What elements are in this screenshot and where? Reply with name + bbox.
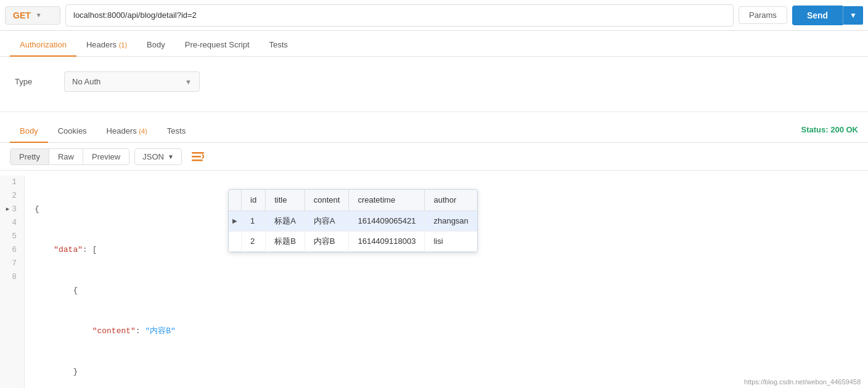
cell-content-1: 内容A <box>305 211 349 232</box>
resp-tab-headers[interactable]: Headers (4) <box>97 120 157 143</box>
cell-author-1: zhangsan <box>425 211 477 232</box>
method-label: GET <box>13 10 31 20</box>
th-author: author <box>425 190 477 211</box>
svg-rect-2 <box>192 160 203 161</box>
ln-2: 2 <box>5 189 17 203</box>
format-bar: Pretty Raw Preview JSON ▼ <box>0 143 868 171</box>
line-numbers: 1 2 ▶3 4 5 6 7 8 <box>0 176 25 388</box>
cell-id-1: 1 <box>242 211 266 232</box>
code-area: 1 2 ▶3 4 5 6 7 8 { "data": [ { "content"… <box>0 171 868 388</box>
cell-title-2: 标题B <box>266 232 305 252</box>
table-row[interactable]: 2 标题B 内容B 1614409118003 lisi <box>229 232 477 252</box>
method-select[interactable]: GET ▼ <box>5 6 60 25</box>
th-createtime: createtime <box>349 190 425 211</box>
th-content: content <box>305 190 349 211</box>
tab-tests[interactable]: Tests <box>260 34 298 57</box>
response-tabs: Body Cookies Headers (4) Tests <box>10 117 195 142</box>
headers-badge: (1) <box>119 41 127 49</box>
method-chevron-icon: ▼ <box>36 12 42 18</box>
th-empty <box>229 190 242 211</box>
wrap-icon[interactable] <box>189 148 207 165</box>
code-line-4: "content": "内容B" <box>35 325 868 338</box>
type-dropdown[interactable]: No Auth ▼ <box>64 71 200 92</box>
cell-title-1: 标题A <box>266 211 305 232</box>
tab-headers[interactable]: Headers (1) <box>76 34 137 57</box>
th-id: id <box>242 190 266 211</box>
ln-1: 1 <box>5 176 17 189</box>
json-chevron-icon: ▼ <box>168 153 174 160</box>
ln-4: 4 <box>5 216 17 230</box>
preview-button[interactable]: Preview <box>83 149 129 164</box>
resp-tab-body[interactable]: Body <box>10 120 48 143</box>
cell-createtime-2: 1614409118003 <box>349 232 425 252</box>
row-arrow-1: ▶ <box>229 211 242 232</box>
cell-content-2: 内容B <box>305 232 349 252</box>
send-dropdown-button[interactable]: ▼ <box>843 6 863 25</box>
popup-table: id title content createtime author ▶ 1 标… <box>228 189 478 253</box>
ln-3: ▶3 <box>5 203 17 216</box>
table-row[interactable]: ▶ 1 标题A 内容A 1614409065421 zhangsan <box>229 211 477 232</box>
type-row: Type No Auth ▼ <box>0 57 868 107</box>
send-button-group: Send ▼ <box>792 6 863 25</box>
pretty-button[interactable]: Pretty <box>10 149 49 164</box>
json-format-label: JSON <box>142 152 164 161</box>
divider <box>0 111 868 112</box>
table-header-row: id title content createtime author <box>229 190 477 211</box>
tab-pre-request-script[interactable]: Pre-request Script <box>175 34 260 57</box>
ln-5: 5 <box>5 230 17 243</box>
row-arrow-2 <box>229 232 242 252</box>
cell-id-2: 2 <box>242 232 266 252</box>
type-value: No Auth <box>72 77 100 86</box>
params-button[interactable]: Params <box>739 6 787 24</box>
ln-6: 6 <box>5 243 17 257</box>
type-chevron-icon: ▼ <box>185 78 192 86</box>
th-title: title <box>266 190 305 211</box>
status-label: Status: <box>801 125 829 134</box>
code-line-3: { <box>35 284 868 297</box>
response-header: Body Cookies Headers (4) Tests Status: 2… <box>0 117 868 143</box>
request-tabs: Authorization Headers (1) Body Pre-reque… <box>0 31 868 57</box>
json-format-select[interactable]: JSON ▼ <box>134 148 182 165</box>
svg-rect-1 <box>192 156 201 158</box>
type-label: Type <box>15 77 39 86</box>
tab-authorization[interactable]: Authorization <box>10 34 76 57</box>
footer-url: https://blog.csdn.net/webon_44659458 <box>744 378 861 386</box>
status-value: 200 OK <box>830 125 858 134</box>
url-input[interactable] <box>65 4 734 26</box>
format-button-group: Pretty Raw Preview <box>10 148 129 165</box>
top-bar: GET ▼ Params Send ▼ <box>0 0 868 31</box>
status-text: Status: 200 OK <box>801 125 859 134</box>
data-table: id title content createtime author ▶ 1 标… <box>229 190 477 252</box>
cell-createtime-1: 1614409065421 <box>349 211 425 232</box>
footer: https://blog.csdn.net/webon_44659458 <box>737 376 868 388</box>
ln-7: 7 <box>5 257 17 270</box>
ln-arrow-3: ▶ <box>6 203 9 216</box>
tab-body[interactable]: Body <box>137 34 175 57</box>
raw-button[interactable]: Raw <box>49 149 83 164</box>
resp-tab-cookies[interactable]: Cookies <box>48 120 97 143</box>
ln-8: 8 <box>5 270 17 284</box>
resp-tab-tests[interactable]: Tests <box>157 120 195 143</box>
resp-headers-badge: (4) <box>139 127 147 135</box>
svg-rect-0 <box>192 152 204 154</box>
send-button[interactable]: Send <box>792 6 843 25</box>
cell-author-2: lisi <box>425 232 477 252</box>
